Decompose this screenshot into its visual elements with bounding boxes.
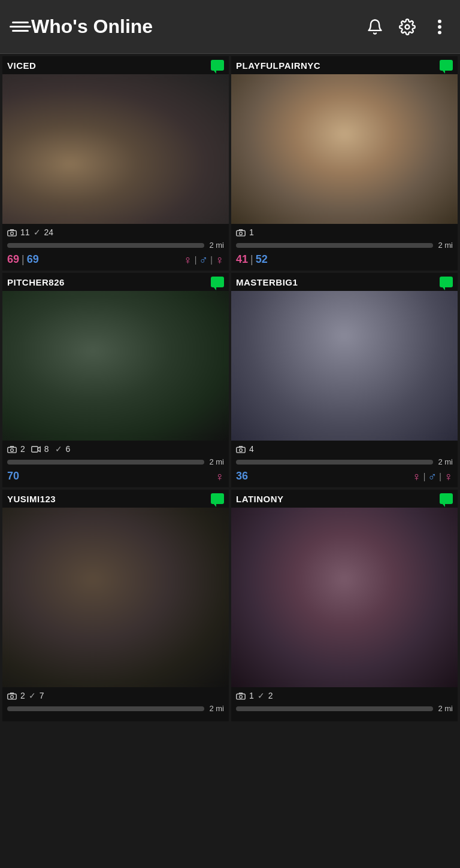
settings-icon[interactable] bbox=[397, 16, 418, 38]
check-icon-latinony: ✓ bbox=[258, 691, 265, 700]
location-bar-viced bbox=[7, 243, 204, 248]
ages-playful: 41 | 52 bbox=[236, 253, 268, 266]
distance-latinony: 2 mi bbox=[438, 704, 453, 713]
hamburger-line-top bbox=[12, 22, 29, 23]
message-icon-pitcher[interactable] bbox=[211, 277, 224, 287]
location-bar-yusimi bbox=[7, 706, 204, 711]
camera-icon-latinony bbox=[236, 692, 246, 700]
card-stats-masterbig: 4 bbox=[236, 444, 453, 454]
message-icon-masterbig[interactable] bbox=[440, 277, 453, 287]
check-icon-yusimi: ✓ bbox=[29, 691, 36, 700]
location-row-viced: 2 mi bbox=[7, 241, 224, 250]
profile-photo-yusimi bbox=[2, 508, 229, 687]
card-header-yusimi: YUSIMI123 bbox=[2, 490, 229, 508]
video-icon-pitcher bbox=[31, 445, 41, 453]
user-grid: VICED 11 ✓ 24 2 mi 6 bbox=[0, 54, 460, 724]
card-footer-latinony: 1 ✓ 2 2 mi bbox=[231, 687, 458, 721]
card-stats-latinony: 1 ✓ 2 bbox=[236, 691, 453, 700]
svg-point-17 bbox=[240, 695, 243, 698]
location-bar-pitcher bbox=[7, 460, 204, 465]
age-male-viced: 69 bbox=[27, 253, 39, 266]
menu-button[interactable] bbox=[10, 16, 31, 38]
svg-point-10 bbox=[11, 448, 14, 451]
card-stats-viced: 11 ✓ 24 bbox=[7, 227, 224, 237]
distance-pitcher: 2 mi bbox=[209, 457, 224, 466]
check-icon-pitcher: ✓ bbox=[55, 444, 62, 454]
card-stats-pitcher: 2 8 ✓ 6 bbox=[7, 444, 224, 454]
message-icon-yusimi[interactable] bbox=[211, 493, 224, 504]
camera-icon-playful bbox=[236, 229, 246, 236]
age-female-playful: 41 bbox=[236, 253, 248, 266]
header-action-icons bbox=[364, 16, 450, 38]
ages-row-masterbig: 36 ♀ | ♂ | ♀ bbox=[236, 470, 453, 482]
username-latinony: LATINONY bbox=[236, 494, 284, 504]
age-masterbig: 36 bbox=[236, 470, 248, 482]
distance-playful: 2 mi bbox=[438, 241, 453, 250]
card-footer-viced: 11 ✓ 24 2 mi 69 | 69 ♀ | ♂ | ♀ bbox=[2, 224, 229, 271]
ages-viced: 69 | 69 bbox=[7, 253, 39, 266]
card-header-masterbig: MASTERBIG1 bbox=[231, 273, 458, 291]
username-viced: VICED bbox=[7, 60, 36, 71]
user-card-pitcher[interactable]: PITCHER826 2 8 ✓ 6 bbox=[2, 273, 229, 487]
message-icon-viced[interactable] bbox=[211, 60, 224, 71]
page-title: Who's Online bbox=[31, 16, 364, 38]
ages-masterbig: 36 bbox=[236, 470, 248, 482]
svg-point-0 bbox=[374, 19, 376, 20]
app-header: Who's Online bbox=[0, 0, 460, 54]
svg-point-13 bbox=[240, 448, 243, 451]
gender-female-icon2-viced: ♀ bbox=[215, 254, 224, 266]
message-icon-latinony[interactable] bbox=[440, 493, 453, 504]
svg-point-3 bbox=[438, 25, 441, 29]
photo-count-viced: 11 bbox=[20, 227, 30, 237]
gender-icons-viced: ♀ | ♂ | ♀ bbox=[183, 254, 224, 266]
svg-point-4 bbox=[438, 31, 441, 34]
check-icon-viced: ✓ bbox=[34, 227, 41, 237]
distance-viced: 2 mi bbox=[209, 241, 224, 250]
check-count-viced: 24 bbox=[44, 227, 54, 237]
distance-masterbig: 2 mi bbox=[438, 457, 453, 466]
profile-photo-masterbig bbox=[231, 291, 458, 441]
location-bar-masterbig bbox=[236, 460, 433, 465]
check-count-pitcher: 6 bbox=[66, 444, 71, 454]
camera-icon-masterbig bbox=[236, 445, 246, 453]
card-stats-yusimi: 2 ✓ 7 bbox=[7, 691, 224, 700]
message-icon-playful[interactable] bbox=[440, 60, 453, 71]
ages-row-playful: 41 | 52 bbox=[236, 253, 453, 266]
card-footer-playful: 1 2 mi 41 | 52 bbox=[231, 224, 458, 271]
bell-icon[interactable] bbox=[364, 16, 386, 38]
svg-point-6 bbox=[11, 232, 14, 235]
ages-row-pitcher: 70 ♀ bbox=[7, 470, 224, 482]
username-yusimi: YUSIMI123 bbox=[7, 494, 56, 504]
camera-icon bbox=[7, 229, 17, 236]
age-male-playful: 52 bbox=[256, 253, 268, 266]
user-card-playful[interactable]: PLAYFULPAIRNYC 1 2 mi 41 | bbox=[231, 56, 458, 271]
location-bar-playful bbox=[236, 243, 433, 248]
gender-female-icon-viced: ♀ bbox=[183, 254, 192, 266]
more-options-icon[interactable] bbox=[429, 16, 450, 38]
user-card-viced[interactable]: VICED 11 ✓ 24 2 mi 6 bbox=[2, 56, 229, 271]
profile-photo-pitcher bbox=[2, 291, 229, 441]
location-row-playful: 2 mi bbox=[236, 241, 453, 250]
user-card-yusimi[interactable]: YUSIMI123 2 ✓ 7 2 mi bbox=[2, 490, 229, 721]
camera-icon-yusimi bbox=[7, 692, 17, 700]
photo-count-playful: 1 bbox=[249, 227, 254, 237]
location-bar-latinony bbox=[236, 706, 433, 711]
hamburger-line-middle bbox=[10, 26, 31, 28]
gender-icons-masterbig: ♀ | ♂ | ♀ bbox=[412, 471, 453, 482]
age-pitcher: 70 bbox=[7, 470, 19, 482]
username-playful: PLAYFULPAIRNYC bbox=[236, 60, 320, 71]
gender-male-icon-masterbig: ♂ bbox=[428, 471, 437, 482]
svg-rect-11 bbox=[32, 446, 38, 452]
card-header-playful: PLAYFULPAIRNYC bbox=[231, 56, 458, 74]
card-footer-masterbig: 4 2 mi 36 ♀ | ♂ | ♀ bbox=[231, 441, 458, 487]
user-card-masterbig[interactable]: MASTERBIG1 4 2 mi 36 bbox=[231, 273, 458, 487]
distance-yusimi: 2 mi bbox=[209, 704, 224, 713]
svg-point-8 bbox=[240, 232, 243, 235]
location-row-yusimi: 2 mi bbox=[7, 704, 224, 713]
user-card-latinony[interactable]: LATINONY 1 ✓ 2 2 mi bbox=[231, 490, 458, 721]
location-row-pitcher: 2 mi bbox=[7, 457, 224, 466]
username-pitcher: PITCHER826 bbox=[7, 277, 65, 287]
hamburger-line-bottom bbox=[12, 30, 29, 32]
location-row-masterbig: 2 mi bbox=[236, 457, 453, 466]
ages-row-viced: 69 | 69 ♀ | ♂ | ♀ bbox=[7, 253, 224, 266]
